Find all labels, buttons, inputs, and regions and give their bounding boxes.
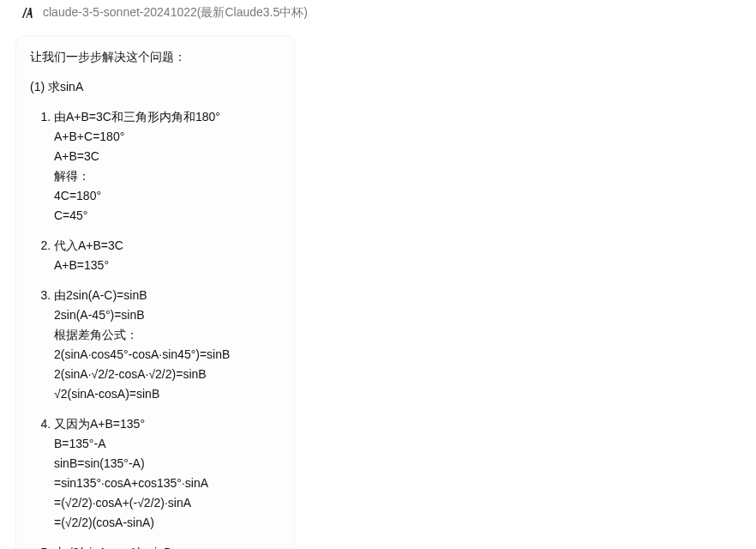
step-line: sinB=sin(135°-A) [54,455,280,473]
step-item: 由√2(sinA-cosA)=sinB √2(sinA-cosA)=(√2/2)… [54,544,280,549]
anthropic-logo-icon [19,5,34,21]
step-line: =sin135°·cosA+cos135°·sinA [54,474,280,492]
assistant-message: 让我们一步步解决这个问题： (1) 求sinA 由A+B=3C和三角形内角和18… [15,35,295,549]
step-line: A+B=3C [54,148,280,166]
step-line: A+B+C=180° [54,128,280,146]
step-first-line: 又因为A+B=135° [54,417,145,431]
step-line: 2(sinA·√2/2-cosA·√2/2)=sinB [54,365,280,383]
solution-steps: 由A+B=3C和三角形内角和180° A+B+C=180° A+B=3C 解得：… [30,108,280,549]
step-item: 代入A+B=3C A+B=135° [54,237,280,274]
step-line: 2(sinA·cos45°-cosA·sin45°)=sinB [54,346,280,364]
step-line: A+B=135° [54,256,280,274]
part-label: (1) 求sinA [30,78,280,96]
step-line: 解得： [54,167,280,185]
step-line: 4C=180° [54,187,280,205]
header: claude-3-5-sonnet-20241022(最新Claude3.5中杯… [0,0,756,30]
step-line: C=45° [54,207,280,225]
model-name: claude-3-5-sonnet-20241022(最新Claude3.5中杯… [43,3,308,21]
step-item: 由2sin(A-C)=sinB 2sin(A-45°)=sinB 根据差角公式：… [54,287,280,403]
step-line: =(√2/2)·cosA+(-√2/2)·sinA [54,494,280,512]
step-line: 根据差角公式： [54,326,280,344]
step-item: 由A+B=3C和三角形内角和180° A+B+C=180° A+B=3C 解得：… [54,108,280,225]
step-first-line: 代入A+B=3C [54,238,123,252]
step-first-line: 由√2(sinA-cosA)=sinB [54,546,171,549]
step-line: 2sin(A-45°)=sinB [54,306,280,324]
step-line: =(√2/2)(cosA-sinA) [54,514,280,532]
step-first-line: 由A+B=3C和三角形内角和180° [54,110,220,124]
step-item: 又因为A+B=135° B=135°-A sinB=sin(135°-A) =s… [54,415,280,532]
step-line: √2(sinA-cosA)=sinB [54,385,280,403]
intro-text: 让我们一步步解决这个问题： [30,48,280,66]
step-first-line: 由2sin(A-C)=sinB [54,288,147,302]
step-line: B=135°-A [54,435,280,453]
